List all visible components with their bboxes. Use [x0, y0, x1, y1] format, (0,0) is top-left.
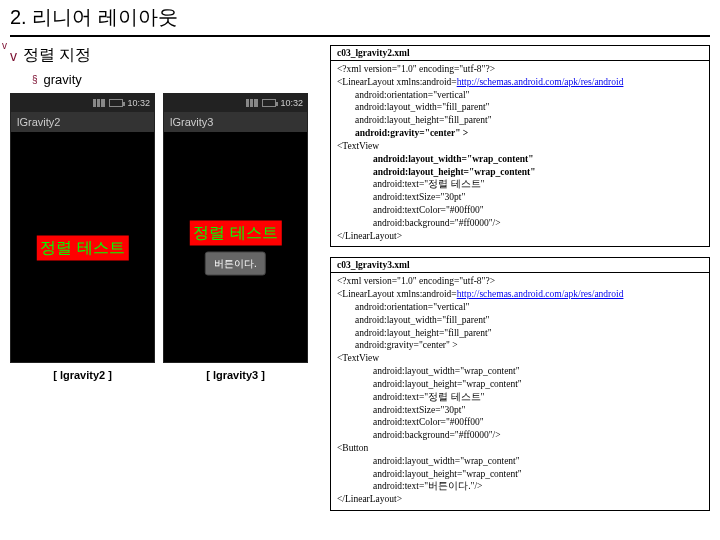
code-line: android:layout_width="fill_parent"	[337, 101, 703, 114]
code-line: android:background="#ff0000"/>	[337, 429, 703, 442]
code-line: android:textColor="#00ff00"	[337, 204, 703, 217]
schema-url: http://schemas.android.com/apk/res/andro…	[457, 289, 624, 299]
diamond-bullet-icon: v	[10, 48, 17, 64]
code-line: <Button	[337, 442, 703, 455]
code-line: android:layout_width="wrap_content"	[337, 365, 703, 378]
signal-icon	[246, 99, 258, 107]
code-line: </LinearLayout>	[337, 230, 703, 243]
code-line: android:text="정렬 테스트"	[337, 391, 703, 404]
code-line: android:gravity="center" >	[337, 127, 703, 140]
code-line: <LinearLayout xmlns:android=http://schem…	[337, 288, 703, 301]
code-line: <?xml version="1.0" encoding="utf-8"?>	[337, 63, 703, 76]
code-filename: c03_lgravity3.xml	[331, 258, 709, 273]
phone-caption-2: [ lgravity3 ]	[163, 369, 308, 381]
signal-icon	[93, 99, 105, 107]
code-body: <?xml version="1.0" encoding="utf-8"?> <…	[331, 273, 709, 510]
left-column: v 정렬 지정 § gravity 10:32 lGravity2 정렬	[10, 45, 320, 521]
code-line: android:layout_width="wrap_content"	[337, 455, 703, 468]
slide: 2. 리니어 레이아웃 v v 정렬 지정 § gravity 10:32	[0, 0, 720, 525]
code-line: android:layout_width="fill_parent"	[337, 314, 703, 327]
code-line: <TextView	[337, 140, 703, 153]
phone-mock-gravity2: 10:32 lGravity2 정렬 테스트	[10, 93, 155, 363]
page-title: 2. 리니어 레이아웃	[10, 4, 710, 37]
status-bar: 10:32	[11, 94, 154, 112]
schema-url: http://schemas.android.com/apk/res/andro…	[457, 77, 624, 87]
subheading-text: gravity	[44, 72, 82, 87]
code-line: android:layout_height="fill_parent"	[337, 114, 703, 127]
square-bullet-icon: §	[32, 74, 38, 85]
status-time: 10:32	[127, 98, 150, 108]
code-line: android:textSize="30pt"	[337, 404, 703, 417]
phone-mock-gravity3: 10:32 lGravity3 정렬 테스트 버튼이다.	[163, 93, 308, 363]
code-line: android:gravity="center" >	[337, 339, 703, 352]
code-line: android:text="정렬 테스트"	[337, 178, 703, 191]
code-line: android:layout_height="wrap_content"	[337, 378, 703, 391]
demo-button[interactable]: 버튼이다.	[205, 252, 266, 276]
centered-label: 정렬 테스트	[189, 221, 281, 246]
status-time: 10:32	[280, 98, 303, 108]
code-line: android:orientation="vertical"	[337, 89, 703, 102]
code-line: android:text="버튼이다."/>	[337, 480, 703, 493]
heading-align: v 정렬 지정	[10, 45, 320, 66]
code-line: android:background="#ff0000"/>	[337, 217, 703, 230]
app-bar: lGravity3	[164, 112, 307, 132]
code-line: android:textColor="#00ff00"	[337, 416, 703, 429]
code-line: android:orientation="vertical"	[337, 301, 703, 314]
app-bar: lGravity2	[11, 112, 154, 132]
code-line: android:layout_height="wrap_content"	[337, 468, 703, 481]
battery-icon	[109, 99, 123, 107]
status-bar: 10:32	[164, 94, 307, 112]
code-box-gravity2: c03_lgravity2.xml <?xml version="1.0" en…	[330, 45, 710, 247]
phone-caption-1: [ lgravity2 ]	[10, 369, 155, 381]
code-line: </LinearLayout>	[337, 493, 703, 506]
code-body: <?xml version="1.0" encoding="utf-8"?> <…	[331, 61, 709, 246]
code-line: android:layout_height="fill_parent"	[337, 327, 703, 340]
battery-icon	[262, 99, 276, 107]
heading-text: 정렬 지정	[23, 45, 91, 66]
right-column: c03_lgravity2.xml <?xml version="1.0" en…	[330, 45, 710, 521]
code-line: android:layout_width="wrap_content"	[337, 153, 703, 166]
code-line: android:textSize="30pt"	[337, 191, 703, 204]
code-line: <LinearLayout xmlns:android=http://schem…	[337, 76, 703, 89]
subheading-gravity: § gravity	[32, 72, 320, 87]
centered-label: 정렬 테스트	[36, 236, 128, 261]
code-line: <TextView	[337, 352, 703, 365]
margin-marker-icon: v	[2, 40, 7, 51]
code-line: <?xml version="1.0" encoding="utf-8"?>	[337, 275, 703, 288]
code-filename: c03_lgravity2.xml	[331, 46, 709, 61]
code-box-gravity3: c03_lgravity3.xml <?xml version="1.0" en…	[330, 257, 710, 511]
code-line: android:layout_height="wrap_content"	[337, 166, 703, 179]
